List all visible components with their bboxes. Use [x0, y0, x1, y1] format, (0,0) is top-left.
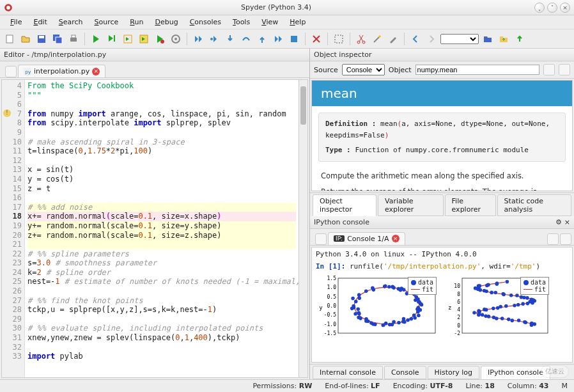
cut-button[interactable]: [354, 32, 368, 46]
svg-point-144: [493, 290, 497, 294]
console-banner: Python 3.4.0 on linux -- IPython 4.0.0: [316, 250, 568, 258]
run-button[interactable]: [89, 32, 103, 46]
svg-point-87: [357, 311, 361, 315]
svg-rect-16: [291, 36, 297, 42]
save-all-button[interactable]: [50, 32, 65, 46]
tab-internal-console[interactable]: Internal console: [313, 366, 383, 379]
menu-help[interactable]: Help: [284, 17, 311, 27]
browse-dir-button[interactable]: [481, 32, 495, 46]
object-input[interactable]: [415, 65, 539, 75]
tool-cleanup-button[interactable]: [309, 32, 323, 46]
close-icon[interactable]: ×: [392, 235, 399, 242]
svg-point-141: [509, 293, 513, 297]
print-button[interactable]: [66, 32, 81, 46]
menu-run[interactable]: Run: [125, 17, 148, 27]
doc-heading: mean: [312, 81, 572, 106]
svg-point-61: [364, 289, 368, 293]
minimize-button[interactable]: ˬ: [534, 3, 545, 13]
nav-back-button[interactable]: [408, 32, 423, 46]
debug-run-button[interactable]: [191, 32, 205, 46]
svg-point-111: [492, 315, 496, 319]
doc-body: Compute the arithmetic mean along the sp…: [312, 168, 572, 191]
inspector-options-button[interactable]: [559, 64, 570, 75]
console-pane-tabs: Internal consoleConsoleHistory logIPytho…: [310, 364, 574, 379]
menu-debug[interactable]: Debug: [150, 17, 183, 27]
new-file-button[interactable]: [3, 32, 17, 46]
menu-file[interactable]: File: [5, 17, 27, 27]
tab-history-log[interactable]: History log: [428, 366, 479, 379]
source-select[interactable]: Console: [342, 64, 385, 75]
svg-point-88: [353, 311, 357, 315]
svg-point-14: [175, 38, 177, 40]
inspector-toolbar: Source Console Object: [310, 61, 574, 79]
tool-wizard-button[interactable]: [370, 32, 384, 46]
menu-source[interactable]: Source: [89, 17, 124, 27]
tab-static-code-analysis[interactable]: Static code analysis: [497, 194, 571, 216]
svg-text:z: z: [448, 304, 451, 311]
svg-rect-9: [114, 35, 115, 42]
svg-point-71: [414, 298, 417, 302]
object-lock-button[interactable]: [543, 64, 555, 75]
svg-point-156: [486, 283, 490, 286]
svg-point-126: [504, 304, 508, 308]
console-prompt: In [1]:: [316, 262, 345, 270]
console-browse-tabs-button[interactable]: [315, 233, 327, 245]
svg-text:0.5: 0.5: [327, 294, 337, 299]
svg-point-123: [492, 306, 495, 310]
zoom-to-window-button[interactable]: [332, 32, 346, 46]
console-interrupt-button[interactable]: [547, 233, 559, 245]
code-editor[interactable]: 456!789101112131415161718192021222324252…: [1, 79, 308, 378]
save-button[interactable]: [35, 32, 49, 46]
run-selection-button[interactable]: [137, 32, 151, 46]
editor-browse-tabs-button[interactable]: [5, 66, 17, 77]
debug-step-into-button[interactable]: [223, 32, 237, 46]
preferences-button[interactable]: [386, 32, 400, 46]
svg-point-70: [414, 295, 418, 299]
svg-point-64: [383, 285, 387, 288]
close-button[interactable]: ×: [560, 3, 570, 13]
console-close-icon[interactable]: ×: [564, 218, 570, 226]
ipython-console[interactable]: Python 3.4.0 on linux -- IPython 4.0.0 I…: [311, 247, 573, 363]
maximize-button[interactable]: ˄: [547, 3, 557, 13]
run-cell-button[interactable]: [105, 32, 119, 46]
run-cell-advance-button[interactable]: [121, 32, 135, 46]
debug-step-over-button[interactable]: [239, 32, 253, 46]
code-area[interactable]: From the SciPy Cookbook""" from numpy im…: [25, 80, 299, 377]
tab-ipython-console[interactable]: IPython console: [481, 366, 550, 379]
editor-tab[interactable]: py interpolation.py ×: [18, 65, 105, 77]
svg-point-84: [369, 321, 373, 325]
console-options-icon[interactable]: ⚙: [555, 218, 562, 226]
run-config-button[interactable]: [169, 32, 183, 46]
menu-tools[interactable]: Tools: [228, 17, 255, 27]
debug-stop-button[interactable]: [287, 32, 301, 46]
debug-file-button[interactable]: [153, 32, 167, 46]
working-dir-select[interactable]: [440, 34, 479, 44]
debug-continue-button[interactable]: [271, 32, 285, 46]
console-menu-button[interactable]: [560, 233, 571, 245]
svg-point-55: [356, 307, 360, 311]
menu-search[interactable]: Search: [54, 17, 88, 27]
tab-file-explorer[interactable]: File explorer: [445, 194, 496, 216]
open-file-button[interactable]: [19, 32, 33, 46]
svg-point-103: [530, 321, 534, 325]
svg-point-66: [391, 285, 394, 288]
svg-rect-8: [72, 35, 75, 38]
debug-step-out-button[interactable]: [255, 32, 269, 46]
svg-text:1.0: 1.0: [327, 285, 337, 290]
menu-view[interactable]: View: [256, 17, 283, 27]
svg-point-129: [521, 302, 525, 306]
menu-edit[interactable]: Edit: [28, 17, 52, 27]
editor-scrollbar[interactable]: [299, 80, 307, 377]
debug-step-button[interactable]: [207, 32, 221, 46]
console-tab[interactable]: IP: Console 1/A ×: [328, 232, 405, 245]
tab-object-inspector[interactable]: Object inspector: [313, 194, 376, 216]
nav-forward-button[interactable]: [424, 32, 438, 46]
dir-up-button[interactable]: [513, 32, 527, 46]
menu-consoles[interactable]: Consoles: [185, 17, 226, 27]
svg-point-125: [499, 304, 502, 308]
tab-console[interactable]: Console: [384, 366, 426, 379]
close-icon[interactable]: ×: [92, 68, 100, 75]
svg-point-114: [481, 313, 485, 317]
tab-variable-explorer[interactable]: Variable explorer: [378, 194, 444, 216]
parent-dir-button[interactable]: [497, 32, 511, 46]
